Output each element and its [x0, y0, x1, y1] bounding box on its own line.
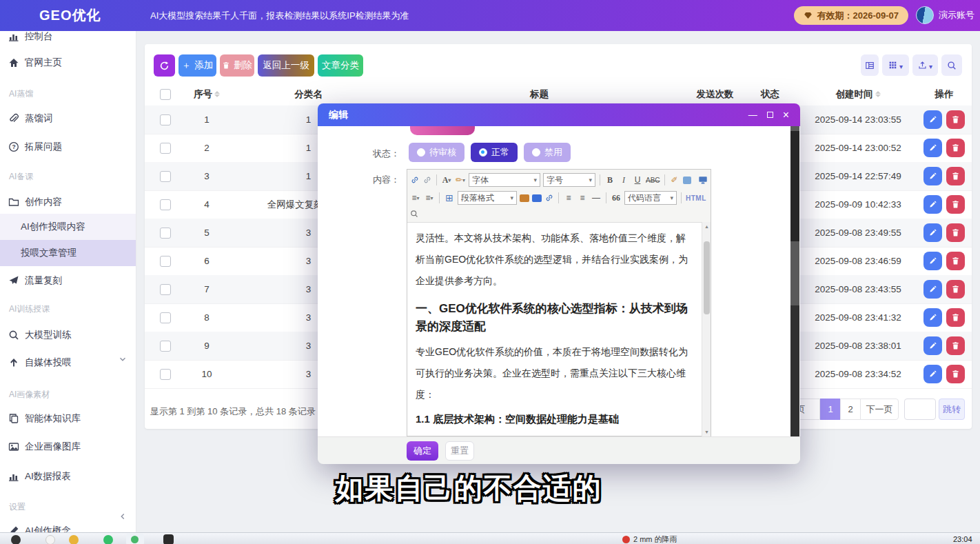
taskbar-app-icon[interactable] — [69, 535, 79, 544]
zoom-search-icon[interactable] — [410, 210, 418, 218]
row-checkbox[interactable] — [160, 341, 171, 352]
avatar[interactable] — [916, 6, 934, 24]
font-color-button[interactable]: A — [441, 174, 452, 186]
fullscreen-icon[interactable] — [698, 175, 708, 185]
account-menu[interactable]: 演示账号 — [916, 6, 974, 24]
delete-row-button[interactable] — [946, 195, 965, 214]
columns-button[interactable] — [882, 54, 909, 76]
scrollbar-thumb[interactable] — [790, 131, 799, 241]
paragraph-format-dropdown[interactable]: 段落格式 — [458, 191, 517, 205]
edit-row-button[interactable] — [923, 167, 942, 185]
close-icon[interactable]: × — [783, 110, 789, 120]
edit-row-button[interactable] — [923, 223, 942, 242]
delete-row-button[interactable] — [946, 252, 965, 270]
sidebar-item-enterprise-gallery[interactable]: 企业画像图库 — [0, 433, 136, 461]
article-category-button[interactable]: 文章分类 — [318, 54, 363, 77]
underline-button[interactable]: U — [632, 174, 643, 186]
modal-header[interactable]: 编辑 — × — [318, 103, 800, 126]
sidebar-item-creation-content[interactable]: 创作内容 — [0, 188, 136, 216]
back-up-level-button[interactable]: 返回上一级 — [258, 54, 314, 77]
minimize-icon[interactable]: — — [748, 112, 757, 119]
radio-normal[interactable]: 正常 — [471, 143, 518, 162]
edit-row-button[interactable] — [923, 195, 942, 214]
sidebar-item-ai-feed-content[interactable]: AI创作投喂内容 — [0, 214, 136, 240]
search-button[interactable] — [941, 54, 962, 76]
code-language-dropdown[interactable]: 代码语言 — [624, 191, 677, 205]
taskbar-active-app[interactable] — [126, 534, 144, 544]
radio-disabled[interactable]: 禁用 — [524, 143, 571, 162]
row-checkbox[interactable] — [160, 284, 171, 295]
delete-row-button[interactable] — [946, 365, 965, 383]
scrollbar-thumb[interactable] — [790, 305, 799, 436]
sidebar-item-traffic-clone[interactable]: 流量复刻 — [0, 267, 136, 294]
export-button[interactable] — [912, 54, 938, 76]
row-checkbox[interactable] — [160, 369, 171, 380]
page-2-button[interactable]: 2 — [840, 399, 861, 420]
edit-row-button[interactable] — [923, 308, 942, 327]
confirm-button[interactable]: 确定 — [407, 441, 438, 461]
unordered-list-button[interactable]: ≡ — [424, 192, 435, 204]
eraser-button[interactable] — [683, 177, 691, 184]
row-checkbox[interactable] — [160, 199, 171, 210]
page-jump-button[interactable]: 跳转 — [939, 399, 965, 420]
taskbar-app-icon[interactable] — [11, 535, 21, 544]
add-button[interactable]: ＋添加 — [178, 54, 216, 77]
sidebar-item-llm-training[interactable]: 大模型训练 — [0, 321, 136, 349]
taskbar-weather-widget[interactable]: 2 mm 的降雨 — [622, 534, 677, 544]
sort-icon[interactable] — [214, 91, 220, 97]
edit-row-button[interactable] — [923, 110, 942, 129]
modal-scrollbar[interactable] — [790, 126, 799, 436]
edit-row-button[interactable] — [923, 252, 942, 270]
strikethrough-button[interactable]: ABC — [646, 174, 660, 186]
delete-row-button[interactable] — [946, 110, 965, 129]
sidebar-item-media-feed[interactable]: 自媒体投喂 — [0, 349, 136, 376]
html-source-button[interactable]: HTML — [686, 194, 706, 202]
insert-media-button[interactable] — [532, 194, 542, 202]
highlight-pen-button[interactable]: ✏ — [455, 174, 466, 186]
row-checkbox[interactable] — [160, 228, 171, 239]
page-jump-input[interactable] — [904, 399, 936, 420]
insert-table-button[interactable]: ⊞ — [444, 192, 455, 204]
delete-row-button[interactable] — [946, 167, 965, 185]
delete-row-button[interactable] — [946, 223, 965, 242]
scroll-up-arrow[interactable]: ▲ — [702, 222, 711, 231]
editor-scrollbar[interactable]: ▲ ▼ — [702, 222, 711, 436]
font-family-dropdown[interactable]: 字体 — [469, 173, 540, 187]
sidebar-item-ai-creation-concept[interactable]: AI创作概念 — [0, 517, 136, 532]
page-1-button[interactable]: 1 — [820, 399, 841, 420]
maximize-icon[interactable] — [767, 112, 773, 118]
row-checkbox[interactable] — [160, 256, 171, 267]
sort-icon[interactable] — [875, 91, 881, 97]
radio-pending[interactable]: 待审核 — [409, 143, 465, 162]
sidebar-item-feed-article-manage[interactable]: 投喂文章管理 — [0, 240, 136, 266]
horizontal-rule-button[interactable]: — — [591, 192, 602, 204]
blockquote-button[interactable]: 66 — [611, 192, 622, 204]
attach-link-icon[interactable] — [544, 193, 554, 203]
edit-row-button[interactable] — [923, 336, 942, 355]
ordered-list-button[interactable]: ≡ — [410, 192, 421, 204]
sidebar-item-homepage[interactable]: 官网主页 — [0, 49, 136, 77]
row-checkbox[interactable] — [160, 171, 171, 182]
delete-button[interactable]: 删除 — [220, 54, 254, 77]
edit-row-button[interactable] — [923, 365, 942, 383]
font-size-dropdown[interactable]: 字号 — [543, 173, 595, 187]
scrollbar-thumb[interactable] — [704, 241, 710, 314]
sidebar-item-expand-questions[interactable]: 拓展问题 — [0, 133, 136, 161]
taskbar-app-icon[interactable] — [45, 535, 55, 544]
reset-button[interactable]: 重置 — [445, 441, 474, 461]
editor-content[interactable]: 灵活性。本文将从技术架构、功能体系、落地价值三个维度，解析当前GEO优化软件系统… — [407, 223, 702, 438]
sidebar-item-console[interactable]: 控制台 — [0, 31, 136, 50]
italic-button[interactable]: I — [618, 174, 629, 186]
delete-row-button[interactable] — [946, 280, 965, 299]
taskbar-app-icon[interactable] — [163, 534, 174, 544]
unlink-icon[interactable] — [422, 175, 432, 185]
row-checkbox[interactable] — [160, 312, 171, 323]
scroll-down-arrow[interactable]: ▼ — [702, 427, 711, 436]
indent-right-button[interactable]: ≡ — [577, 192, 588, 204]
row-checkbox[interactable] — [160, 114, 171, 125]
edit-row-button[interactable] — [923, 280, 942, 299]
insert-image-button[interactable] — [520, 194, 529, 202]
link-icon[interactable] — [410, 175, 420, 185]
delete-row-button[interactable] — [946, 308, 965, 327]
bold-button[interactable]: B — [604, 174, 615, 186]
